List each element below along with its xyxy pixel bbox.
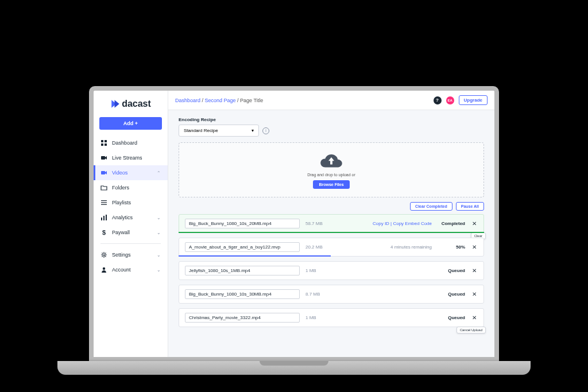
file-size: 20.2 MB (305, 244, 334, 250)
bars-icon (100, 214, 107, 221)
encoding-label: Encoding Recipe (179, 117, 484, 122)
add-button[interactable]: Add + (99, 117, 162, 130)
file-name-input[interactable]: Big_Buck_Bunny_1080_10s_20MB.mp4 (185, 219, 300, 228)
chevron-down-icon: ⌄ (157, 230, 161, 235)
upload-list: Big_Buck_Bunny_1080_10s_20MB.mp458.7 MBC… (179, 214, 484, 327)
encoding-row: Standard Recipe ▾ i (179, 125, 484, 137)
cancel-upload-button[interactable]: ✕ (471, 220, 478, 227)
sidebar-item-live-streams[interactable]: Live Streams (94, 150, 168, 165)
chevron-down-icon: ⌄ (157, 215, 161, 220)
help-icon[interactable]: ? (434, 96, 442, 104)
sidebar-item-label: Videos (112, 170, 152, 176)
nav-divider (100, 243, 161, 244)
sidebar-item-label: Account (112, 267, 152, 273)
upload-row: Big_Buck_Bunny_1080_10s_20MB.mp458.7 MBC… (179, 214, 484, 233)
chevron-up-icon: ⌃ (157, 170, 161, 176)
svg-point-14 (103, 267, 105, 270)
sidebar-item-label: Analytics (112, 215, 152, 220)
sidebar-item-label: Folders (112, 185, 161, 191)
tooltip: Cancel Upload (457, 327, 486, 333)
upload-row: A_movie_about_a_tiger_and_a_boy122.mvp20… (179, 238, 484, 257)
svg-rect-11 (106, 215, 107, 220)
sidebar-item-settings[interactable]: Settings⌄ (94, 247, 168, 262)
sidebar-item-account[interactable]: Account⌄ (94, 262, 168, 277)
app-root: dacast Add + DashboardLive StreamsVideos… (94, 91, 494, 357)
chevron-down-icon: ▾ (252, 128, 254, 133)
breadcrumb-item[interactable]: Dashboard (175, 98, 200, 103)
upload-row: Big_Buck_Bunny_1080_10s_30MB.mp48.7 MBQu… (179, 285, 484, 304)
sidebar-item-dashboard[interactable]: Dashboard (94, 135, 168, 150)
sidebar-item-label: Playlists (112, 200, 161, 205)
sidebar-item-label: Paywall (112, 230, 152, 235)
file-size: 1 MB (305, 315, 334, 320)
cancel-upload-button[interactable]: ✕ (471, 291, 478, 297)
file-name-input[interactable]: Jellyfish_1080_10s_1MB.mp4 (185, 266, 300, 275)
sidebar-item-playlists[interactable]: Playlists (94, 195, 168, 210)
brand-logo: dacast (94, 95, 168, 117)
upload-dropzone[interactable]: Drag and drop to upload or Browse Files (179, 142, 484, 197)
svg-rect-2 (101, 143, 103, 146)
brand-name: dacast (122, 99, 151, 109)
cancel-upload-button[interactable]: ✕ (471, 267, 478, 274)
file-size: 8.7 MB (305, 292, 334, 297)
breadcrumb-separator: / (200, 98, 205, 103)
file-name-input[interactable]: Christmas_Party_movie_3322.mp4 (185, 313, 300, 323)
sidebar-item-videos[interactable]: Videos⌃ (94, 165, 168, 180)
avatar[interactable]: EA (446, 96, 454, 104)
upgrade-button[interactable]: Upgrade (459, 95, 488, 105)
sidebar: dacast Add + DashboardLive StreamsVideos… (94, 91, 168, 357)
svg-rect-1 (105, 140, 107, 142)
svg-rect-3 (105, 143, 107, 146)
cancel-upload-button[interactable]: ✕ (471, 244, 478, 250)
dollar-icon: $ (100, 229, 107, 236)
sidebar-item-label: Settings (112, 252, 152, 258)
file-size: 58.7 MB (305, 221, 334, 226)
sidebar-item-analytics[interactable]: Analytics⌄ (94, 210, 168, 225)
svg-rect-6 (101, 200, 107, 201)
breadcrumb-item[interactable]: Second Page (205, 98, 236, 103)
svg-rect-9 (101, 218, 102, 220)
pause-all-button[interactable]: Pause All (456, 202, 484, 211)
info-icon[interactable]: i (262, 127, 269, 134)
upload-status: Queued (438, 292, 465, 297)
breadcrumb-separator: / (236, 98, 241, 103)
sidebar-item-folders[interactable]: Folders (94, 180, 168, 195)
upload-links[interactable]: Copy ID | Copy Embed Code (340, 221, 432, 226)
file-size: 1 MB (305, 268, 334, 273)
svg-rect-8 (101, 204, 107, 205)
svg-rect-5 (101, 171, 105, 174)
upload-row: Jellyfish_1080_10s_1MB.mp41 MBQueued✕ (179, 261, 484, 280)
upload-status: Queued (438, 268, 465, 273)
browse-files-button[interactable]: Browse Files (313, 180, 349, 189)
upload-status: 50% (438, 244, 465, 250)
cloud-upload-icon (320, 152, 343, 168)
encoding-selected: Standard Recipe (184, 128, 218, 133)
file-name-input[interactable]: Big_Buck_Bunny_1080_10s_30MB.mp4 (185, 289, 300, 299)
sidebar-item-paywall[interactable]: $Paywall⌄ (94, 225, 168, 240)
svg-text:$: $ (102, 229, 106, 236)
topbar: Dashboard / Second Page / Page Title ? E… (168, 91, 494, 110)
list-icon (100, 199, 107, 206)
logo-icon (110, 99, 121, 109)
content: Encoding Recipe Standard Recipe ▾ i Drag… (168, 110, 494, 357)
cancel-upload-button[interactable]: ✕ (471, 315, 478, 321)
svg-rect-0 (101, 140, 103, 142)
upload-row: Christmas_Party_movie_3322.mp41 MBQueued… (179, 308, 484, 327)
folder-icon (100, 184, 107, 191)
svg-rect-4 (101, 156, 105, 160)
svg-rect-10 (103, 216, 105, 220)
main: Dashboard / Second Page / Page Title ? E… (168, 91, 494, 357)
gear-icon (100, 251, 107, 258)
file-name-input[interactable]: A_movie_about_a_tiger_and_a_boy122.mvp (185, 242, 300, 252)
upload-meta: 4 minutes remaining (340, 244, 432, 250)
person-icon (100, 266, 107, 273)
dropzone-text: Drag and drop to upload or (179, 173, 483, 177)
laptop-base (57, 361, 531, 375)
upload-status: Completed (438, 221, 465, 226)
camera-icon (100, 169, 107, 176)
laptop-screen: dacast Add + DashboardLive StreamsVideos… (89, 86, 499, 362)
encoding-select[interactable]: Standard Recipe ▾ (179, 125, 259, 137)
breadcrumb-item: Page Title (240, 98, 263, 103)
svg-rect-7 (101, 202, 107, 203)
clear-completed-button[interactable]: Clear Completed (410, 202, 452, 211)
